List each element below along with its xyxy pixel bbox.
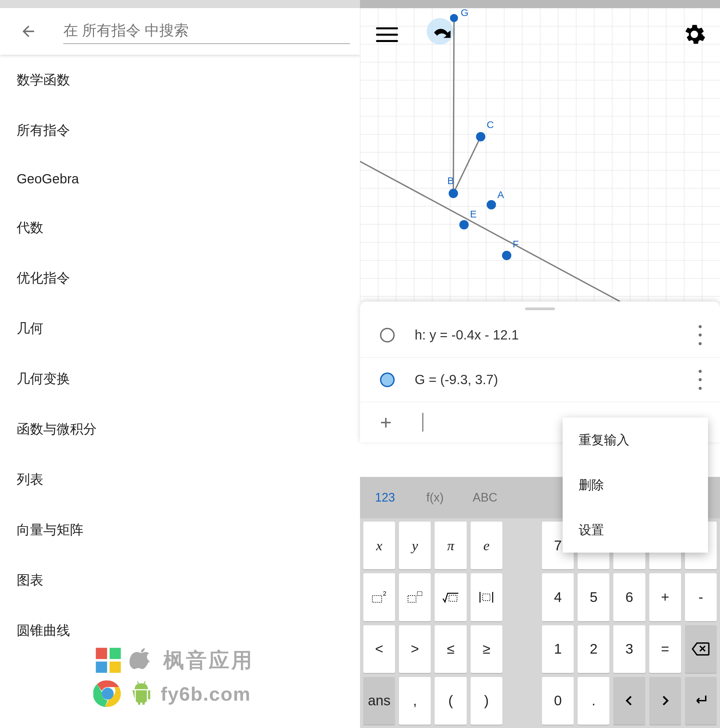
svg-rect-2 bbox=[96, 662, 107, 673]
chrome-icon bbox=[93, 679, 122, 708]
svg-rect-18 bbox=[372, 596, 382, 602]
menu-item-repeat-input[interactable]: 重复输入 bbox=[563, 418, 708, 463]
category-item[interactable]: 图表 bbox=[0, 555, 360, 605]
key-ans[interactable]: ans bbox=[363, 677, 395, 725]
category-item[interactable]: 数学函数 bbox=[0, 55, 360, 105]
row-menu-icon[interactable] bbox=[693, 325, 707, 345]
menu-item-delete[interactable]: 删除 bbox=[563, 463, 708, 508]
key-sqrt[interactable] bbox=[435, 573, 466, 621]
context-menu: 重复输入 删除 设置 bbox=[563, 418, 708, 552]
algebra-row[interactable]: h: y = -0.4x - 12.1 bbox=[360, 313, 720, 358]
android-icon bbox=[128, 680, 155, 707]
key-5[interactable]: 5 bbox=[578, 573, 609, 621]
right-pane: G C B A E F h: y = -0.4x - 12.1 G = (-9.… bbox=[360, 0, 720, 728]
svg-rect-3 bbox=[110, 662, 121, 673]
key-power[interactable] bbox=[399, 573, 431, 621]
svg-rect-0 bbox=[96, 648, 107, 659]
key-6[interactable]: 6 bbox=[613, 573, 645, 621]
point-G[interactable]: G bbox=[450, 8, 468, 22]
key-minus[interactable]: - bbox=[685, 573, 717, 621]
key-enter[interactable] bbox=[685, 677, 717, 725]
algebra-row[interactable]: G = (-9.3, 3.7) bbox=[360, 358, 720, 402]
key-backspace[interactable] bbox=[685, 625, 717, 673]
segment-gb[interactable] bbox=[453, 18, 454, 193]
category-item[interactable]: 列表 bbox=[0, 454, 360, 505]
key-4[interactable]: 4 bbox=[542, 573, 574, 621]
key-e[interactable]: e bbox=[471, 522, 502, 569]
key-comma[interactable]: , bbox=[399, 677, 431, 725]
category-item[interactable]: 所有指令 bbox=[0, 105, 360, 155]
key-right-arrow[interactable] bbox=[649, 677, 681, 725]
category-item[interactable]: 优化指令 bbox=[0, 253, 360, 303]
key-equals[interactable]: = bbox=[649, 625, 681, 673]
category-item[interactable]: 代数 bbox=[0, 202, 360, 253]
row-menu-icon[interactable] bbox=[693, 370, 707, 390]
menu-item-settings[interactable]: 设置 bbox=[563, 508, 708, 552]
expression[interactable]: h: y = -0.4x - 12.1 bbox=[415, 327, 693, 343]
category-item[interactable]: GeoGebra bbox=[0, 155, 360, 202]
key-2[interactable]: 2 bbox=[578, 625, 609, 673]
key-abs[interactable] bbox=[471, 573, 502, 621]
point-C[interactable]: C bbox=[476, 119, 494, 141]
left-pane: 数学函数 所有指令 GeoGebra 代数 优化指令 几何 几何变换 函数与微积… bbox=[0, 0, 360, 728]
svg-rect-1 bbox=[110, 648, 121, 659]
key-dot[interactable]: . bbox=[578, 677, 609, 725]
svg-rect-20 bbox=[408, 596, 416, 602]
key-x[interactable]: x bbox=[363, 522, 395, 569]
search-row bbox=[0, 8, 360, 55]
keyboard-tab-fx[interactable]: f(x) bbox=[410, 477, 460, 518]
key-plus[interactable]: + bbox=[649, 573, 681, 621]
key-lte[interactable]: ≤ bbox=[435, 625, 466, 673]
keyboard-tab-123[interactable]: 123 bbox=[360, 477, 410, 518]
category-item[interactable]: 向量与矩阵 bbox=[0, 505, 360, 555]
watermark: 枫音应用 fy6b.com bbox=[93, 645, 254, 708]
line-h[interactable] bbox=[360, 161, 620, 301]
category-item[interactable]: 几何 bbox=[0, 303, 360, 353]
key-gap bbox=[506, 573, 538, 621]
key-gap bbox=[506, 677, 538, 725]
key-square[interactable]: 2 bbox=[363, 573, 395, 621]
svg-point-8 bbox=[476, 132, 485, 141]
key-gte[interactable]: ≥ bbox=[471, 625, 502, 673]
category-list[interactable]: 数学函数 所有指令 GeoGebra 代数 优化指令 几何 几何变换 函数与微积… bbox=[0, 55, 360, 728]
svg-point-12 bbox=[487, 200, 496, 210]
category-item[interactable]: 几何变换 bbox=[0, 353, 360, 404]
drag-handle[interactable] bbox=[525, 307, 555, 310]
search-input[interactable] bbox=[63, 19, 350, 44]
add-icon[interactable]: + bbox=[380, 411, 392, 434]
expression[interactable]: G = (-9.3, 3.7) bbox=[415, 372, 693, 387]
svg-point-16 bbox=[502, 251, 511, 260]
key-0[interactable]: 0 bbox=[542, 677, 574, 725]
graph-canvas[interactable]: G C B A E F bbox=[360, 8, 720, 301]
status-bar bbox=[0, 0, 360, 8]
category-item[interactable]: 函数与微积分 bbox=[0, 404, 360, 454]
key-lparen[interactable]: ( bbox=[435, 677, 466, 725]
svg-text:F: F bbox=[513, 239, 519, 249]
key-rparen[interactable]: ) bbox=[471, 677, 502, 725]
key-y[interactable]: y bbox=[399, 522, 431, 569]
key-lt[interactable]: < bbox=[363, 625, 395, 673]
back-arrow-icon[interactable] bbox=[17, 20, 40, 43]
svg-text:A: A bbox=[497, 189, 504, 200]
visibility-toggle[interactable] bbox=[380, 328, 395, 343]
svg-text:E: E bbox=[470, 208, 477, 219]
watermark-url: fy6b.com bbox=[161, 683, 251, 705]
svg-text:B: B bbox=[447, 175, 454, 186]
key-gt[interactable]: > bbox=[399, 625, 431, 673]
keyboard-tab-abc[interactable]: ABC bbox=[460, 477, 510, 518]
svg-point-6 bbox=[450, 14, 458, 22]
graph-svg: G C B A E F bbox=[360, 8, 720, 301]
key-1[interactable]: 1 bbox=[542, 625, 574, 673]
key-left-arrow[interactable] bbox=[613, 677, 645, 725]
segment-bc[interactable] bbox=[453, 137, 481, 193]
svg-point-5 bbox=[102, 688, 114, 700]
svg-rect-21 bbox=[417, 592, 422, 596]
key-3[interactable]: 3 bbox=[613, 625, 645, 673]
key-gap bbox=[506, 625, 538, 673]
windows-icon bbox=[93, 645, 124, 675]
point-A[interactable]: A bbox=[487, 189, 504, 210]
key-gap bbox=[506, 522, 538, 569]
svg-text:G: G bbox=[461, 8, 468, 18]
key-pi[interactable]: π bbox=[435, 522, 466, 569]
visibility-toggle[interactable] bbox=[380, 373, 395, 387]
